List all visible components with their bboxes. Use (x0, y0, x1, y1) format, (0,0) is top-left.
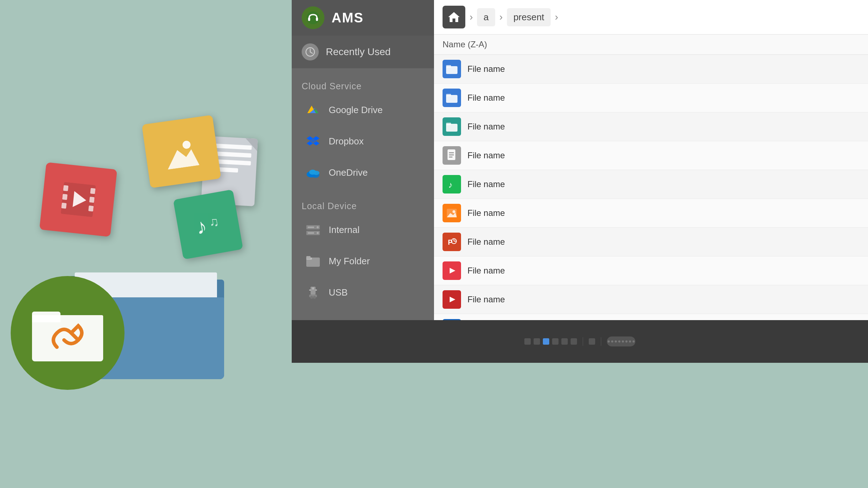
svg-marker-79 (450, 297, 455, 302)
sidebar-header: AMS (292, 0, 434, 36)
svg-rect-40 (308, 227, 314, 228)
my-folder-label: My Folder (329, 256, 370, 267)
file-name: File name (467, 208, 505, 218)
port-2 (534, 338, 540, 345)
svg-rect-68 (449, 154, 454, 155)
table-row[interactable]: ♪ File name (434, 170, 868, 199)
sidebar: AMS Recently Used Cloud Service (292, 0, 434, 320)
svg-rect-44 (306, 256, 311, 259)
svg-point-47 (310, 296, 313, 299)
table-row[interactable]: File name (434, 55, 868, 84)
svg-rect-3 (63, 185, 68, 191)
monitor-bezel: AMS Recently Used Cloud Service (292, 0, 868, 334)
video-icon (61, 182, 96, 217)
cloud-service-label: Cloud Service (292, 74, 434, 94)
sidebar-item-usb[interactable]: USB (295, 277, 431, 307)
music-icon: ♪ (443, 175, 461, 193)
dropbox-icon (305, 133, 322, 150)
my-folder-icon (305, 253, 322, 270)
breadcrumb-present[interactable]: present (507, 8, 551, 26)
local-device-label: Local Device (292, 194, 434, 214)
file-name: File name (467, 150, 505, 160)
photo-icon (163, 133, 200, 170)
file-list: File name File name File n (434, 55, 868, 320)
illustration: ♪ ♫ (32, 109, 260, 379)
file-name: File name (467, 295, 505, 304)
divider (583, 337, 583, 346)
sort-label[interactable]: Name (Z-A) (443, 39, 487, 49)
table-row[interactable]: File name (434, 285, 868, 314)
monitor-bottom-bar (292, 320, 868, 363)
table-row[interactable]: File name (434, 199, 868, 228)
table-row[interactable]: File name (434, 112, 868, 141)
table-row[interactable]: P File name (434, 228, 868, 256)
hd-icon (305, 315, 322, 320)
svg-rect-8 (88, 206, 94, 212)
sidebar-item-my-folder[interactable]: My Folder (295, 246, 431, 276)
svg-rect-14 (316, 17, 318, 21)
onedrive-icon (305, 164, 322, 181)
svg-rect-63 (446, 94, 451, 96)
file-name: File name (467, 93, 505, 103)
recently-used-item[interactable]: Recently Used (292, 36, 434, 68)
svg-text:♫: ♫ (208, 214, 220, 230)
svg-point-0 (182, 140, 191, 149)
svg-point-38 (317, 226, 319, 228)
app-title: AMS (332, 10, 364, 26)
recently-used-label: Recently Used (326, 46, 391, 58)
monitor-area: AMS Recently Used Cloud Service (292, 0, 868, 488)
green-circle (11, 276, 125, 390)
svg-rect-65 (446, 123, 451, 125)
port-5 (561, 338, 568, 345)
port-7 (589, 338, 595, 345)
svg-line-17 (310, 52, 312, 53)
svg-point-35 (313, 171, 319, 175)
svg-text:♪: ♪ (194, 214, 209, 239)
speaker-grille (607, 336, 635, 346)
sidebar-item-dropbox[interactable]: Dropbox (295, 126, 431, 156)
table-row[interactable]: W File name (434, 314, 868, 320)
sidebar-item-google-drive[interactable]: Google Drive (295, 95, 431, 125)
chevron-2: › (498, 11, 504, 23)
monitor-screen: AMS Recently Used Cloud Service (292, 0, 868, 320)
svg-point-39 (317, 232, 319, 234)
file-name: File name (467, 64, 505, 74)
doc-icon (443, 146, 461, 165)
home-button[interactable] (443, 6, 465, 28)
port-3 (543, 338, 549, 345)
sort-bar: Name (Z-A) (434, 35, 868, 55)
table-row[interactable]: File name (434, 141, 868, 170)
port-4 (552, 338, 559, 345)
internal-icon (305, 221, 322, 238)
file-name: File name (467, 122, 505, 132)
sidebar-item-onedrive[interactable]: OneDrive (295, 158, 431, 187)
sidebar-item-hd[interactable]: HD (295, 309, 431, 320)
photo-card (142, 115, 221, 188)
ppt-icon: P (443, 233, 461, 251)
google-drive-icon (305, 101, 322, 118)
svg-rect-69 (449, 157, 452, 158)
video-card (39, 162, 117, 237)
svg-rect-61 (446, 65, 451, 68)
dropbox-label: Dropbox (329, 136, 364, 147)
usb-icon (305, 284, 322, 301)
svg-rect-7 (89, 197, 95, 203)
folder-blue-icon (443, 89, 461, 107)
table-row[interactable]: File name (434, 84, 868, 112)
clock-icon (302, 43, 319, 60)
svg-rect-67 (449, 152, 454, 153)
port-1 (524, 338, 531, 345)
chevron-1: › (468, 11, 474, 23)
table-row[interactable]: File name (434, 256, 868, 285)
onedrive-label: OneDrive (329, 167, 368, 178)
svg-rect-13 (308, 17, 310, 21)
clip-icon (46, 322, 89, 354)
music-icon: ♪ ♫ (192, 208, 225, 241)
music-card: ♪ ♫ (173, 190, 243, 260)
divider-2 (601, 337, 601, 346)
svg-marker-78 (450, 268, 455, 274)
breadcrumb-a[interactable]: a (477, 8, 495, 26)
sidebar-item-internal[interactable]: Internal (295, 215, 431, 245)
image-icon (443, 204, 461, 222)
chevron-3: › (554, 11, 560, 23)
